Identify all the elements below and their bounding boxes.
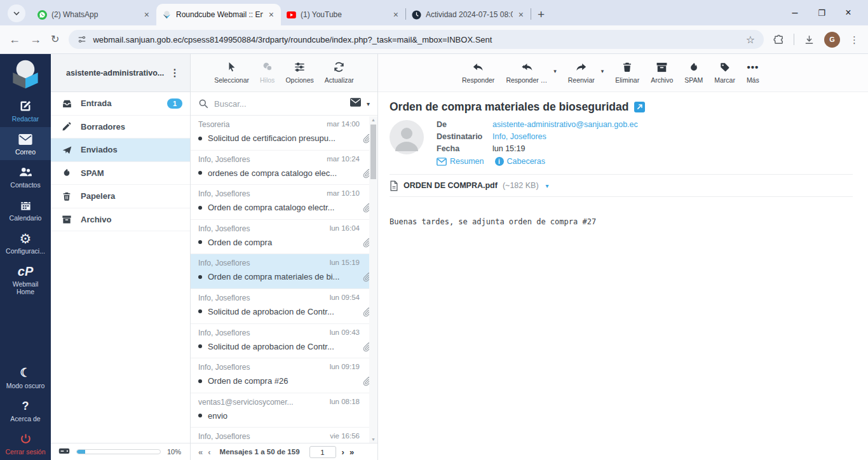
message-subject: Orden de compra catalogo electr... [208, 203, 360, 212]
folder-label: Papelera [81, 191, 115, 201]
scroll-down-icon[interactable]: ▼ [369, 437, 377, 442]
folder-options-icon[interactable]: ⋮ [166, 67, 184, 79]
sliders-icon [294, 60, 306, 73]
message-row[interactable]: ventas1@serviciosycomer... lun 08:18 env… [191, 393, 377, 428]
message-row[interactable]: Info, Joseflores mar 10:10 Orden de comp… [191, 185, 377, 220]
scroll-up-icon[interactable]: ▲ [369, 118, 377, 122]
tab-roundcube[interactable]: Roundcube Webmail :: Enviado: × [156, 4, 281, 25]
last-page-button[interactable]: » [349, 447, 353, 457]
site-settings-icon[interactable] [78, 35, 86, 44]
extensions-icon[interactable] [773, 34, 784, 45]
sidebar-item-correo[interactable]: Correo [0, 127, 51, 160]
sidebar-item-contactos[interactable]: Contactos [0, 160, 51, 193]
options-button[interactable]: Opciones [285, 60, 313, 91]
message-row[interactable]: Info, Joseflores lun 09:43 Solicitud de … [191, 324, 377, 359]
search-input[interactable] [214, 99, 344, 109]
sidebar-item-redactar[interactable]: Redactar [0, 94, 51, 127]
attachment-bar[interactable]: ORDEN DE COMPRA.pdf (~182 KB) ▾ [390, 174, 853, 197]
folder-spam[interactable]: SPAM [51, 162, 190, 186]
folder-archivo[interactable]: Archivo [51, 208, 190, 232]
folder-papelera[interactable]: Papelera [51, 185, 190, 208]
scrollbar-thumb[interactable] [370, 125, 376, 179]
delete-button[interactable]: Eliminar [615, 60, 639, 91]
sidebar-item-label: Contactos [10, 181, 40, 189]
folder-label: Borradores [81, 122, 125, 132]
summary-link[interactable]: Resumen [437, 157, 484, 166]
open-in-new-window-icon[interactable] [634, 102, 645, 112]
reply-all-caret-icon[interactable]: ▾ [553, 68, 557, 74]
button-label: Reenviar [568, 76, 595, 84]
address-bar[interactable]: webmail.sanjuan.gob.ec/cpsess8149950884/… [69, 30, 764, 49]
download-icon[interactable] [804, 34, 815, 45]
new-tab-button[interactable]: + [538, 8, 545, 20]
folder-borradores[interactable]: Borradores [51, 116, 190, 139]
message-row[interactable]: Info, Joseflores lun 09:54 Solicitud de … [191, 289, 377, 324]
button-label: Marcar [714, 76, 735, 84]
forward-caret-icon[interactable]: ▾ [601, 68, 604, 74]
attachment-menu-caret-icon[interactable]: ▾ [546, 182, 549, 189]
message-row[interactable]: Info, Joseflores mar 10:24 ordenes de co… [191, 151, 377, 186]
calendar-icon [20, 198, 32, 212]
message-row[interactable]: Info, Joseflores vie 16:56 [191, 428, 377, 443]
close-window-button[interactable]: × [835, 7, 862, 18]
tab-close-button[interactable]: × [143, 10, 151, 20]
sidebar-item-cerrar-sesion[interactable]: Cerrar sesión [0, 427, 51, 460]
compose-icon [19, 99, 32, 113]
spam-button[interactable]: SPAM [684, 60, 703, 91]
button-label: Hilos [260, 76, 275, 84]
select-button[interactable]: Seleccionar [214, 60, 249, 91]
unread-dot-icon [198, 344, 202, 348]
more-button[interactable]: ••• Más [747, 60, 759, 91]
list-scrollbar[interactable]: ▲ ▼ [369, 116, 377, 443]
refresh-button[interactable]: Actualizar [325, 60, 354, 91]
from-address[interactable]: asistente-administrativo@sanjuan.gob.ec [492, 120, 638, 129]
profile-avatar[interactable]: G [824, 32, 840, 48]
message-subject: envio [208, 411, 360, 421]
sidebar-item-configuracion[interactable]: ⚙ Configuraci... [0, 226, 51, 259]
forward-button[interactable]: Reenviar [568, 60, 595, 91]
archive-icon [656, 60, 668, 74]
bookmark-star-icon[interactable]: ☆ [746, 34, 755, 46]
sidebar-item-modo-oscuro[interactable]: ☾ Modo oscuro [0, 361, 51, 394]
tab-close-button[interactable]: × [517, 10, 525, 20]
whatsapp-icon [37, 10, 47, 20]
sidebar-item-calendario[interactable]: Calendario [0, 193, 51, 226]
tab-youtube[interactable]: (1) YouTube × [281, 4, 405, 25]
folder-entrada[interactable]: Entrada 1 [51, 92, 190, 116]
unread-dot-icon [198, 379, 202, 383]
search-options-caret-icon[interactable]: ▾ [367, 100, 370, 107]
minimize-button[interactable]: – [782, 7, 808, 18]
search-scope-icon[interactable] [350, 98, 361, 109]
tab-actividad[interactable]: Actividad 2024-07-15 08:00:00 × [406, 4, 531, 25]
tab-close-button[interactable]: × [392, 10, 400, 20]
forward-icon[interactable]: → [30, 34, 41, 45]
attachment-name[interactable]: ORDEN DE COMPRA.pdf [403, 181, 498, 190]
tab-whatsapp[interactable]: (2) WhatsApp × [32, 4, 156, 25]
message-row[interactable]: Info, Joseflores lun 09:19 Orden de comp… [191, 358, 377, 393]
tab-close-button[interactable]: × [268, 10, 275, 20]
tab-search-button[interactable] [8, 4, 25, 22]
first-page-button[interactable]: « [198, 447, 202, 457]
threads-button[interactable]: Hilos [260, 60, 275, 91]
browser-menu-icon[interactable]: ⋮ [850, 35, 859, 44]
contacts-icon [18, 165, 32, 179]
to-recipients[interactable]: Info, Joseflores [492, 132, 546, 141]
sidebar-item-acerca-de[interactable]: ? Acerca de [0, 394, 51, 427]
headers-link[interactable]: i Cabeceras [495, 157, 545, 166]
attachment-size: (~182 KB) [503, 181, 539, 190]
sidebar-item-webmail-home[interactable]: cP Webmail Home [0, 259, 51, 300]
prev-page-button[interactable]: ‹ [208, 447, 210, 457]
reload-icon[interactable]: ↻ [51, 34, 59, 44]
next-page-button[interactable]: › [342, 447, 344, 457]
page-number-input[interactable]: 1 [309, 446, 336, 458]
message-row[interactable]: Info, Joseflores lun 15:19 Orden de comp… [191, 254, 377, 289]
back-icon[interactable]: ← [9, 34, 20, 45]
message-row[interactable]: Tesoreria mar 14:00 Solicitud de certifi… [191, 116, 377, 151]
folder-enviados[interactable]: Enviados [51, 139, 190, 162]
reply-button[interactable]: Responder [462, 60, 494, 91]
message-row[interactable]: Info, Joseflores lun 16:04 Orden de comp… [191, 220, 377, 255]
mark-button[interactable]: Marcar [714, 60, 735, 91]
restore-button[interactable]: ❐ [808, 8, 835, 18]
reply-all-button[interactable]: Responder … [506, 60, 547, 91]
archive-button[interactable]: Archivo [651, 60, 673, 91]
